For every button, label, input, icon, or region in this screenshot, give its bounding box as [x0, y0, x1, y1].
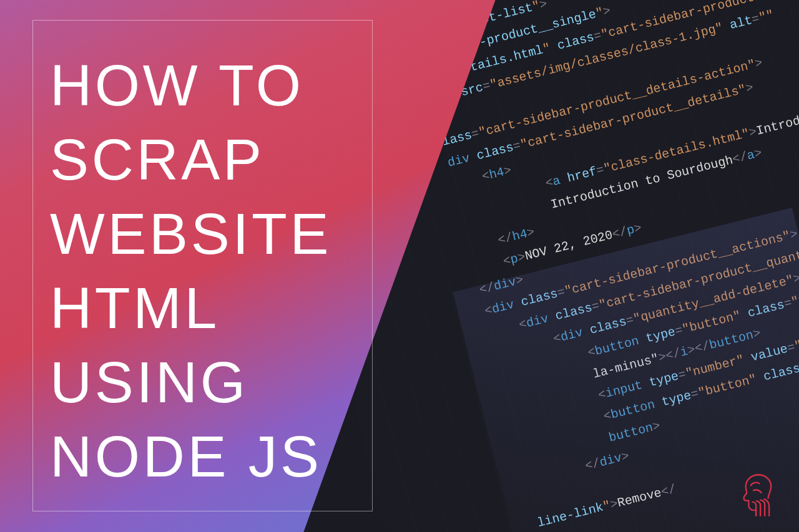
title-line: HTML: [50, 271, 375, 346]
hero-title: HOW TO SCRAP WEBSITE HTML USING NODE JS: [50, 49, 375, 494]
hero-graphic: mes-darade show"> oduct-list-wrapper">ba…: [0, 0, 799, 532]
title-line: NODE JS: [50, 420, 375, 494]
title-line: HOW TO: [50, 49, 375, 123]
title-line: USING: [50, 346, 375, 420]
title-line: WEBSITE: [50, 197, 375, 271]
title-line: SCRAP: [50, 123, 375, 197]
brain-hand-logo-icon: [734, 471, 783, 520]
